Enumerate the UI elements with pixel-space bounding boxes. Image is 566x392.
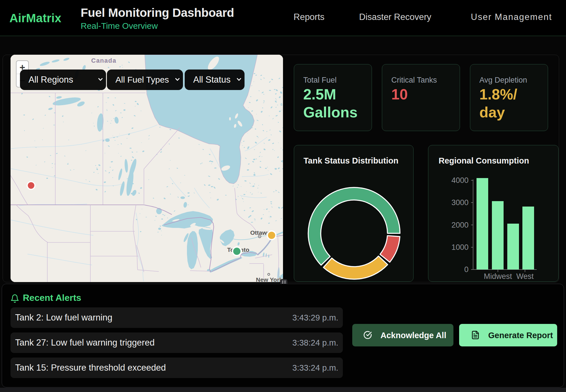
svg-text:1000: 1000: [451, 243, 469, 252]
svg-text:3000: 3000: [451, 198, 469, 207]
svg-text:Canada: Canada: [91, 57, 116, 64]
svg-text:2000: 2000: [451, 221, 469, 229]
svg-text:4000: 4000: [451, 176, 469, 185]
svg-text:Midwest: Midwest: [484, 272, 512, 281]
svg-text:New York: New York: [256, 276, 283, 282]
svg-text:0: 0: [464, 265, 469, 274]
svg-text:West: West: [516, 272, 534, 281]
